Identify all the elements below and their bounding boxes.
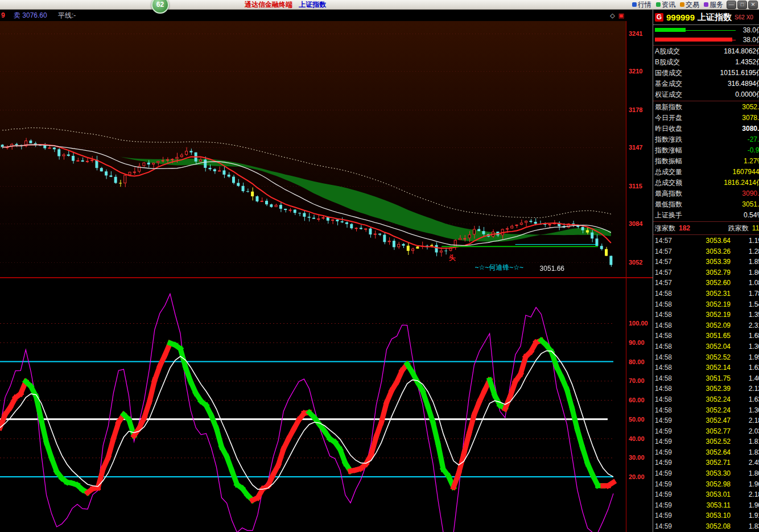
maximize-button[interactable]: □ bbox=[737, 1, 747, 9]
tick-price: 3052.98 bbox=[678, 479, 736, 490]
tick-price: 3053.30 bbox=[678, 468, 736, 479]
chart-close-icon[interactable]: ▣ bbox=[618, 10, 624, 21]
menu-item-label: 服务 bbox=[710, 0, 723, 9]
tick-volume: 1.68 bbox=[736, 331, 759, 341]
tick-row[interactable]: 14:583052.392.12 bbox=[653, 383, 759, 394]
field-value: 1816.2414亿 bbox=[724, 178, 759, 188]
tick-time: 14:58 bbox=[655, 405, 678, 416]
tick-row[interactable]: 14:583051.651.68 bbox=[653, 331, 759, 341]
field-label: 指数涨跌 bbox=[655, 134, 682, 145]
tick-price: 3052.04 bbox=[678, 341, 736, 352]
tick-row[interactable]: 14:593052.521.81 bbox=[653, 436, 759, 447]
window-subtitle: 上证指数 bbox=[299, 1, 326, 9]
tick-volume: 1.40 bbox=[736, 373, 759, 384]
tick-row[interactable]: 14:573052.791.86 bbox=[653, 267, 759, 278]
tick-row[interactable]: 14:583052.241.30 bbox=[653, 405, 759, 416]
tick-row[interactable]: 14:573053.391.85 bbox=[653, 257, 759, 267]
tick-time: 14:58 bbox=[655, 373, 678, 384]
tick-row[interactable]: 14:573053.641.19 bbox=[653, 236, 759, 246]
gauge-row-sell: 38.0亿 bbox=[653, 35, 759, 44]
index-row: 今日开盘3078.1 bbox=[653, 113, 759, 123]
tick-time: 14:57 bbox=[655, 236, 678, 246]
sell-price-label: 卖 3076.60 bbox=[14, 10, 47, 21]
quote-panel: G 999999 上证指数 S62 X0 38.0亿38.0亿 A股成交1814… bbox=[653, 10, 759, 532]
tick-row[interactable]: 14:593052.641.83 bbox=[653, 447, 759, 458]
kdj-oscillator-canvas[interactable] bbox=[0, 278, 626, 532]
separator bbox=[653, 45, 759, 46]
field-label: 最高指数 bbox=[655, 188, 682, 199]
tick-row[interactable]: 14:593052.981.96 bbox=[653, 479, 759, 490]
volume-row: 基金成交316.4894亿 bbox=[653, 79, 759, 89]
tick-volume: 1.95 bbox=[736, 352, 759, 363]
tick-row[interactable]: 14:593052.472.18 bbox=[653, 415, 759, 426]
menu-item-行情[interactable]: 行情 bbox=[632, 0, 651, 9]
tick-row[interactable]: 14:593052.081.83 bbox=[653, 521, 759, 532]
tdx-terminal-window: 通达信金融终端 上证指数 行情资讯交易服务—□✕ 62 9 卖 3076.60 … bbox=[0, 0, 759, 532]
tick-volume: 1.30 bbox=[736, 405, 759, 416]
tick-time: 14:58 bbox=[655, 352, 678, 363]
tick-time: 14:59 bbox=[655, 415, 678, 426]
candlestick-chart-canvas[interactable] bbox=[0, 21, 626, 277]
tick-row[interactable]: 14:583052.191.35 bbox=[653, 310, 759, 320]
menu-item-交易[interactable]: 交易 bbox=[680, 0, 699, 9]
tick-row[interactable]: 14:593052.712.45 bbox=[653, 457, 759, 468]
field-value: 1814.8062亿 bbox=[724, 46, 759, 57]
volume-row: A股成交1814.8062亿 bbox=[653, 46, 759, 57]
stock-code[interactable]: 999999 bbox=[666, 13, 695, 22]
y-axis-tick-label: 3178 bbox=[629, 106, 642, 113]
tick-volume: 2.31 bbox=[736, 320, 759, 331]
tick-volume: 1.28 bbox=[736, 246, 759, 257]
app-title: 通达信金融终端 bbox=[245, 1, 292, 9]
tick-row[interactable]: 14:593053.101.91 bbox=[653, 510, 759, 521]
close-button[interactable]: ✕ bbox=[748, 1, 758, 9]
spacer bbox=[694, 222, 725, 234]
tick-row[interactable]: 14:593053.111.90 bbox=[653, 500, 759, 511]
tick-time: 14:57 bbox=[655, 267, 678, 278]
y-axis-tick-label: 90.00 bbox=[629, 339, 645, 346]
volume-row: 权证成交0.0000亿 bbox=[653, 89, 759, 100]
index-row: 指数涨跌-27.7 bbox=[653, 134, 759, 145]
chart-header: 9 卖 3076.60 平线:- ◇ ▣ bbox=[0, 10, 653, 21]
field-label: 最低指数 bbox=[655, 199, 682, 210]
stock-flags-label: S62 X0 bbox=[735, 14, 753, 20]
stock-name[interactable]: 上证指数 bbox=[698, 12, 732, 23]
minimize-button[interactable]: — bbox=[727, 1, 736, 9]
tick-time: 14:59 bbox=[655, 457, 678, 468]
tick-price: 3052.19 bbox=[678, 310, 736, 320]
tick-time: 14:59 bbox=[655, 500, 678, 511]
tick-volume: 1.83 bbox=[736, 447, 759, 458]
tick-row[interactable]: 14:583052.521.95 bbox=[653, 352, 759, 363]
tick-row[interactable]: 14:583052.191.54 bbox=[653, 299, 759, 310]
tick-volume: 2.18 bbox=[736, 489, 759, 500]
menu-item-服务[interactable]: 服务 bbox=[704, 0, 723, 9]
field-label: 上证换手 bbox=[655, 210, 682, 221]
tick-row[interactable]: 14:593052.772.03 bbox=[653, 426, 759, 437]
field-value: -27.7 bbox=[748, 134, 759, 145]
tick-time: 14:59 bbox=[655, 489, 678, 500]
field-label: 权证成交 bbox=[655, 89, 682, 100]
tick-row[interactable]: 14:583052.141.62 bbox=[653, 362, 759, 373]
tick-row[interactable]: 14:583052.311.78 bbox=[653, 288, 759, 299]
separator bbox=[653, 234, 759, 235]
tick-volume: 1.63 bbox=[736, 394, 759, 405]
tick-row[interactable]: 14:573052.601.08 bbox=[653, 278, 759, 288]
y-axis-tick-label: 40.00 bbox=[629, 435, 645, 442]
tick-row[interactable]: 14:583052.241.63 bbox=[653, 394, 759, 405]
field-value: 3080.9 bbox=[742, 123, 759, 134]
tick-row[interactable]: 14:593053.301.80 bbox=[653, 468, 759, 479]
advancers-label: 涨家数 bbox=[655, 222, 675, 234]
diamond-icon[interactable]: ◇ bbox=[610, 10, 614, 21]
field-value: 316.4894亿 bbox=[728, 79, 759, 89]
field-label: 总成交额 bbox=[655, 178, 682, 188]
tick-row[interactable]: 14:573053.261.28 bbox=[653, 246, 759, 257]
advancers-count: 182 bbox=[679, 222, 690, 234]
tick-time: 14:58 bbox=[655, 331, 678, 341]
tick-row[interactable]: 14:583052.092.31 bbox=[653, 320, 759, 331]
y-axis-tick-label: 100.00 bbox=[629, 320, 648, 327]
tick-row[interactable]: 14:583052.041.36 bbox=[653, 341, 759, 352]
index-row: 上证换手0.54% bbox=[653, 210, 759, 221]
tick-row[interactable]: 14:583051.751.40 bbox=[653, 373, 759, 384]
menu-item-资讯[interactable]: 资讯 bbox=[656, 0, 675, 9]
tick-price: 3052.31 bbox=[678, 288, 736, 299]
tick-row[interactable]: 14:593053.012.18 bbox=[653, 489, 759, 500]
